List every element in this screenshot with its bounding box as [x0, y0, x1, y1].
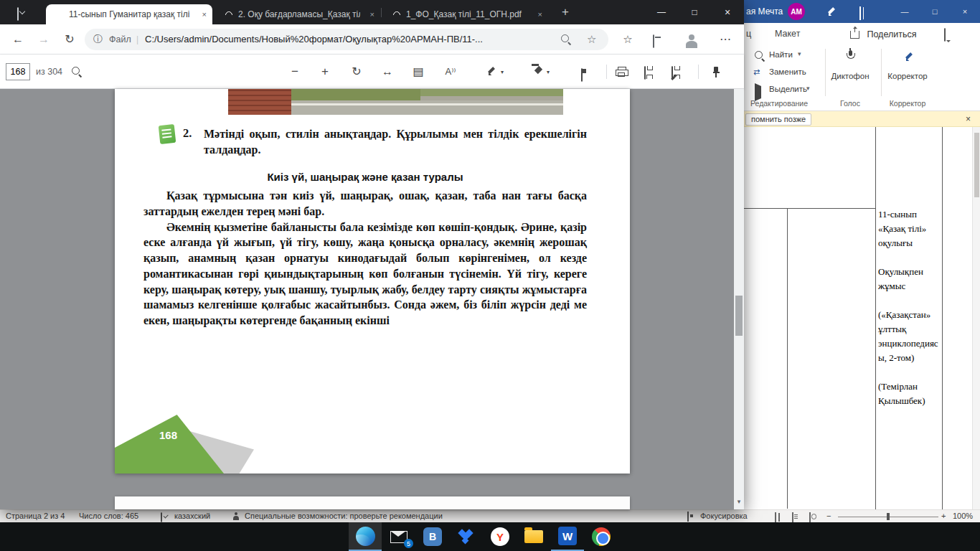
tab-pdf-fo[interactable]: 1_ФО_Қазақ тілі_11_ОГН.pdf × — [383, 4, 548, 24]
save-as-icon[interactable] — [672, 67, 673, 80]
word-close-button[interactable]: × — [950, 0, 980, 23]
edge-minimize-button[interactable]: — — [645, 0, 678, 24]
tab-close-icon[interactable]: × — [370, 4, 374, 24]
address-divider: | — [136, 29, 138, 50]
favorites-icon[interactable]: ☆ — [618, 24, 637, 55]
add-favorite-icon[interactable]: ☆ — [587, 29, 596, 50]
tab-pdf-textbook[interactable]: 11-сынып Гуманитар қазақ тілі × — [46, 4, 212, 24]
taskbar-yandex-icon[interactable]: Y — [484, 522, 517, 551]
pdf-scrollbar[interactable]: ▾ — [734, 89, 744, 509]
fit-width-icon[interactable]: ↔ — [378, 55, 397, 89]
taskbar-folder-icon[interactable] — [517, 522, 550, 551]
edge-tab-bar: 11-сынып Гуманитар қазақ тілі × 2. Оқу б… — [0, 0, 744, 24]
pdf-toolbar: из 304 − + ↻ ↔ ▤ A⁾⁾ ▾ ▾ — [0, 55, 744, 89]
share-icon — [850, 31, 859, 39]
find-button[interactable]: Найти — [769, 50, 793, 59]
editor-button[interactable]: Корректор — [884, 72, 931, 80]
web-layout-icon[interactable] — [809, 513, 811, 522]
scroll-down-icon[interactable]: ▾ — [734, 498, 744, 509]
edge-maximize-button[interactable]: □ — [678, 0, 711, 24]
zoom-out-icon[interactable]: − — [826, 510, 831, 523]
print-layout-icon[interactable] — [792, 513, 793, 522]
photo-road — [291, 100, 563, 115]
tab-layout[interactable]: Макет — [775, 23, 800, 44]
comments-icon[interactable] — [944, 29, 946, 42]
page-view-icon[interactable]: ▤ — [409, 55, 428, 89]
word-scrollbar-thumb[interactable] — [974, 133, 979, 197]
forward-icon[interactable]: → — [34, 24, 53, 55]
desktop-screen: ая Мечта АМ — □ × ц Макет Поделиться Най… — [0, 0, 980, 551]
zoom-in-icon[interactable]: + — [316, 55, 334, 89]
spellcheck-icon[interactable] — [161, 513, 162, 522]
pdf-viewer[interactable]: 2. Мәтінді оқып, стилін анықтаңдар. Құры… — [0, 89, 744, 509]
photo-grass — [420, 89, 563, 96]
page-number-input[interactable] — [6, 63, 30, 80]
collections-icon[interactable] — [653, 35, 654, 48]
avatar[interactable]: АМ — [788, 3, 805, 20]
select-icon — [755, 86, 764, 99]
find-chevron-icon[interactable]: ▾ — [798, 50, 801, 57]
rotate-icon[interactable]: ↻ — [347, 55, 366, 89]
read-aloud-icon[interactable]: A⁾⁾ — [438, 55, 463, 89]
focus-icon[interactable] — [687, 512, 689, 521]
taskbar-mail-icon[interactable]: 5 — [382, 522, 415, 551]
replace-icon: ⇄ — [753, 67, 760, 77]
address-url: C:/Users/admin/Documents/Новый%20формат/… — [145, 29, 554, 50]
erase-icon[interactable] — [581, 69, 583, 82]
status-page[interactable]: Страница 2 из 4 — [6, 510, 65, 523]
back-icon[interactable]: ← — [9, 24, 27, 55]
pdf-scrollbar-thumb[interactable] — [735, 296, 743, 336]
status-zoom-level[interactable]: 100% — [953, 510, 973, 523]
taskbar-chrome-icon[interactable] — [585, 522, 618, 551]
share-button[interactable]: Поделиться — [850, 25, 916, 42]
photo-curb — [291, 103, 563, 105]
highlight-chevron-icon[interactable]: ▾ — [547, 69, 550, 75]
tab-pdf-curriculum[interactable]: 2. Оқу бағдарламасы_Қазақ тіл × — [215, 4, 380, 24]
word-scrollbar[interactable] — [972, 127, 980, 509]
zoom-slider-thumb[interactable] — [887, 513, 890, 520]
tab-table-design-fragment[interactable]: ц — [746, 23, 751, 44]
tab-actions-icon[interactable] — [17, 8, 19, 21]
zoom-out-icon[interactable]: − — [286, 55, 304, 89]
taskbar-edge-icon[interactable] — [349, 522, 382, 551]
remind-later-button[interactable]: помнить позже — [745, 113, 811, 126]
select-chevron-icon[interactable]: ▾ — [806, 85, 810, 92]
toolbar-divider — [698, 65, 699, 79]
taskbar-vk-icon[interactable]: B — [416, 522, 449, 551]
info-icon[interactable]: ⓘ — [93, 29, 103, 50]
word-minimize-button[interactable]: — — [890, 0, 920, 23]
select-button[interactable]: Выделить — [769, 85, 807, 93]
word-document-title: ая Мечта — [746, 0, 783, 23]
table-cell-text: 11-сынып «Қазақ тілі» оқулығы Оқулықпен … — [878, 207, 944, 408]
edge-close-button[interactable]: × — [711, 0, 744, 24]
pdf-page: 2. Мәтінді оқып, стилін анықтаңдар. Құры… — [115, 89, 630, 474]
status-focus[interactable]: Фокусировка — [700, 510, 748, 523]
draw-chevron-icon[interactable]: ▾ — [501, 69, 504, 75]
read-mode-icon[interactable] — [775, 513, 776, 522]
word-maximize-button[interactable]: □ — [920, 0, 950, 23]
editor-group-label: Корректор — [884, 99, 931, 108]
mail-badge: 5 — [404, 539, 413, 548]
status-wordcount[interactable]: Число слов: 465 — [79, 510, 138, 523]
status-language[interactable]: казахский — [174, 510, 210, 523]
replace-button[interactable]: Заменить — [769, 67, 806, 76]
address-bar[interactable]: ⓘ Файл | C:/Users/admin/Documents/Новый%… — [85, 29, 608, 50]
voice-group-label: Голос — [825, 99, 875, 108]
zoom-in-icon[interactable]: + — [941, 510, 946, 523]
save-icon[interactable] — [644, 67, 646, 80]
taskbar-word-icon[interactable]: W — [551, 522, 584, 551]
refresh-icon[interactable]: ↻ — [60, 24, 79, 55]
tab-close-icon[interactable]: × — [202, 4, 207, 24]
text-body: Қазақ тұрмысына тән киіз үй, шаңырақ, ош… — [143, 188, 587, 329]
tab-title: 2. Оқу бағдарламасы_Қазақ тіл — [238, 4, 360, 24]
new-tab-button[interactable]: + — [555, 2, 575, 22]
settings-menu-icon[interactable]: ⋯ — [716, 24, 735, 55]
tab-divider — [381, 8, 382, 17]
tab-close-icon[interactable]: × — [538, 4, 542, 24]
status-accessibility[interactable]: Специальные возможности: проверьте реком… — [245, 510, 443, 523]
ribbon-options-icon[interactable] — [859, 7, 861, 20]
task-number: 2. — [183, 126, 192, 141]
notification-close-icon[interactable]: × — [966, 111, 971, 127]
dictate-button[interactable]: Диктофон — [825, 72, 875, 80]
taskbar-dropbox-icon[interactable] — [450, 522, 483, 551]
